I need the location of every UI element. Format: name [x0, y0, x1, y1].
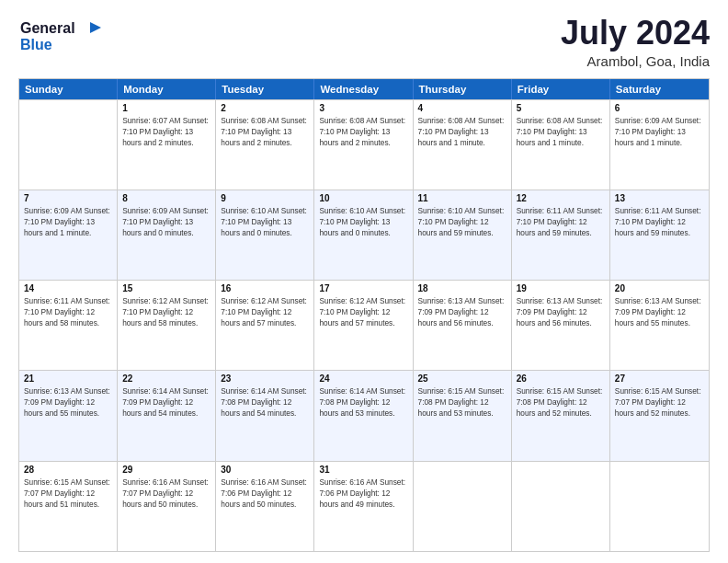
header-tuesday: Tuesday	[216, 79, 314, 99]
day-number: 25	[418, 373, 506, 384]
day-info: Sunrise: 6:13 AM Sunset: 7:09 PM Dayligh…	[418, 295, 506, 328]
day-info: Sunrise: 6:07 AM Sunset: 7:10 PM Dayligh…	[122, 115, 210, 148]
day-info: Sunrise: 6:15 AM Sunset: 7:07 PM Dayligh…	[615, 385, 704, 419]
calendar-cell-3-1: 22Sunrise: 6:14 AM Sunset: 7:09 PM Dayli…	[118, 371, 216, 460]
day-number: 24	[319, 373, 407, 384]
day-info: Sunrise: 6:10 AM Sunset: 7:10 PM Dayligh…	[221, 205, 309, 238]
calendar-cell-0-1: 1Sunrise: 6:07 AM Sunset: 7:10 PM Daylig…	[118, 100, 216, 190]
day-number: 31	[319, 465, 407, 475]
day-info: Sunrise: 6:13 AM Sunset: 7:09 PM Dayligh…	[24, 385, 112, 419]
day-info: Sunrise: 6:08 AM Sunset: 7:10 PM Dayligh…	[517, 115, 605, 148]
day-number: 3	[319, 103, 407, 113]
day-info: Sunrise: 6:11 AM Sunset: 7:10 PM Dayligh…	[24, 295, 112, 328]
header-sunday: Sunday	[19, 79, 118, 99]
day-number: 29	[122, 465, 210, 475]
calendar-cell-1-2: 9Sunrise: 6:10 AM Sunset: 7:10 PM Daylig…	[216, 190, 314, 280]
calendar-cell-4-0: 28Sunrise: 6:15 AM Sunset: 7:07 PM Dayli…	[19, 462, 118, 551]
day-number: 30	[221, 465, 309, 475]
calendar-cell-1-1: 8Sunrise: 6:09 AM Sunset: 7:10 PM Daylig…	[118, 190, 216, 280]
day-number: 21	[24, 373, 112, 384]
day-number: 10	[319, 193, 407, 203]
calendar-cell-4-2: 30Sunrise: 6:16 AM Sunset: 7:06 PM Dayli…	[216, 462, 314, 551]
calendar-cell-3-4: 25Sunrise: 6:15 AM Sunset: 7:08 PM Dayli…	[414, 371, 512, 460]
calendar-cell-3-5: 26Sunrise: 6:15 AM Sunset: 7:08 PM Dayli…	[512, 371, 610, 460]
calendar-cell-0-0	[19, 100, 118, 190]
svg-text:Blue: Blue	[20, 37, 52, 52]
calendar-cell-4-4	[414, 462, 512, 551]
header-friday: Friday	[512, 79, 610, 99]
calendar-cell-2-1: 15Sunrise: 6:12 AM Sunset: 7:10 PM Dayli…	[118, 281, 216, 370]
calendar-cell-2-2: 16Sunrise: 6:12 AM Sunset: 7:10 PM Dayli…	[216, 281, 314, 370]
logo-svg: General Blue	[18, 15, 101, 55]
day-number: 18	[418, 283, 506, 293]
day-number: 9	[221, 193, 309, 203]
main-title: July 2024	[561, 15, 710, 52]
calendar-row-0: 1Sunrise: 6:07 AM Sunset: 7:10 PM Daylig…	[19, 99, 709, 190]
subtitle: Arambol, Goa, India	[561, 53, 710, 69]
calendar-row-1: 7Sunrise: 6:09 AM Sunset: 7:10 PM Daylig…	[19, 190, 709, 280]
day-info: Sunrise: 6:09 AM Sunset: 7:10 PM Dayligh…	[615, 115, 704, 148]
calendar-cell-4-1: 29Sunrise: 6:16 AM Sunset: 7:07 PM Dayli…	[118, 462, 216, 551]
calendar-cell-0-3: 3Sunrise: 6:08 AM Sunset: 7:10 PM Daylig…	[314, 100, 413, 190]
day-info: Sunrise: 6:09 AM Sunset: 7:10 PM Dayligh…	[24, 205, 112, 238]
calendar-row-4: 28Sunrise: 6:15 AM Sunset: 7:07 PM Dayli…	[19, 461, 709, 551]
calendar-cell-0-6: 6Sunrise: 6:09 AM Sunset: 7:10 PM Daylig…	[610, 100, 709, 190]
day-info: Sunrise: 6:13 AM Sunset: 7:09 PM Dayligh…	[517, 295, 605, 328]
header: General Blue July 2024 Arambol, Goa, Ind…	[18, 15, 710, 69]
day-number: 4	[418, 103, 506, 113]
day-info: Sunrise: 6:10 AM Sunset: 7:10 PM Dayligh…	[418, 205, 506, 238]
day-number: 22	[122, 373, 210, 384]
calendar-cell-1-4: 11Sunrise: 6:10 AM Sunset: 7:10 PM Dayli…	[414, 190, 512, 280]
calendar-cell-3-0: 21Sunrise: 6:13 AM Sunset: 7:09 PM Dayli…	[19, 371, 118, 460]
calendar-cell-3-6: 27Sunrise: 6:15 AM Sunset: 7:07 PM Dayli…	[610, 371, 709, 460]
calendar: Sunday Monday Tuesday Wednesday Thursday…	[18, 78, 710, 552]
calendar-cell-1-0: 7Sunrise: 6:09 AM Sunset: 7:10 PM Daylig…	[19, 190, 118, 280]
day-info: Sunrise: 6:08 AM Sunset: 7:10 PM Dayligh…	[418, 115, 506, 148]
day-number: 1	[122, 103, 210, 113]
calendar-cell-2-6: 20Sunrise: 6:13 AM Sunset: 7:09 PM Dayli…	[610, 281, 709, 370]
calendar-cell-2-4: 18Sunrise: 6:13 AM Sunset: 7:09 PM Dayli…	[414, 281, 512, 370]
day-number: 2	[221, 103, 309, 113]
svg-text:General: General	[20, 20, 75, 36]
day-number: 6	[615, 103, 704, 113]
calendar-row-3: 21Sunrise: 6:13 AM Sunset: 7:09 PM Dayli…	[19, 370, 709, 460]
day-number: 11	[418, 193, 506, 203]
day-number: 13	[615, 193, 704, 203]
calendar-cell-0-2: 2Sunrise: 6:08 AM Sunset: 7:10 PM Daylig…	[216, 100, 314, 190]
day-number: 20	[615, 283, 704, 293]
calendar-cell-1-6: 13Sunrise: 6:11 AM Sunset: 7:10 PM Dayli…	[610, 190, 709, 280]
day-number: 26	[517, 373, 605, 384]
calendar-row-2: 14Sunrise: 6:11 AM Sunset: 7:10 PM Dayli…	[19, 280, 709, 370]
title-block: July 2024 Arambol, Goa, India	[561, 15, 710, 69]
day-info: Sunrise: 6:11 AM Sunset: 7:10 PM Dayligh…	[615, 205, 704, 238]
calendar-cell-4-6	[610, 462, 709, 551]
day-number: 15	[122, 283, 210, 293]
calendar-body: 1Sunrise: 6:07 AM Sunset: 7:10 PM Daylig…	[19, 99, 709, 551]
day-info: Sunrise: 6:16 AM Sunset: 7:06 PM Dayligh…	[221, 477, 309, 510]
calendar-cell-2-5: 19Sunrise: 6:13 AM Sunset: 7:09 PM Dayli…	[512, 281, 610, 370]
day-number: 17	[319, 283, 407, 293]
calendar-cell-3-3: 24Sunrise: 6:14 AM Sunset: 7:08 PM Dayli…	[314, 371, 413, 460]
day-info: Sunrise: 6:08 AM Sunset: 7:10 PM Dayligh…	[221, 115, 309, 148]
calendar-cell-2-0: 14Sunrise: 6:11 AM Sunset: 7:10 PM Dayli…	[19, 281, 118, 370]
day-info: Sunrise: 6:11 AM Sunset: 7:10 PM Dayligh…	[517, 205, 605, 238]
day-number: 16	[221, 283, 309, 293]
day-info: Sunrise: 6:12 AM Sunset: 7:10 PM Dayligh…	[319, 295, 407, 328]
day-info: Sunrise: 6:15 AM Sunset: 7:08 PM Dayligh…	[418, 385, 506, 419]
day-info: Sunrise: 6:09 AM Sunset: 7:10 PM Dayligh…	[122, 205, 210, 238]
day-info: Sunrise: 6:14 AM Sunset: 7:08 PM Dayligh…	[319, 385, 407, 419]
day-info: Sunrise: 6:10 AM Sunset: 7:10 PM Dayligh…	[319, 205, 407, 238]
day-number: 19	[517, 283, 605, 293]
day-info: Sunrise: 6:15 AM Sunset: 7:08 PM Dayligh…	[517, 385, 605, 419]
calendar-cell-0-4: 4Sunrise: 6:08 AM Sunset: 7:10 PM Daylig…	[414, 100, 512, 190]
calendar-cell-1-3: 10Sunrise: 6:10 AM Sunset: 7:10 PM Dayli…	[314, 190, 413, 280]
day-number: 23	[221, 373, 309, 384]
header-wednesday: Wednesday	[314, 79, 413, 99]
day-info: Sunrise: 6:12 AM Sunset: 7:10 PM Dayligh…	[122, 295, 210, 328]
svg-marker-1	[90, 22, 101, 33]
logo: General Blue	[18, 15, 101, 55]
day-number: 14	[24, 283, 112, 293]
calendar-cell-4-3: 31Sunrise: 6:16 AM Sunset: 7:06 PM Dayli…	[314, 462, 413, 551]
calendar-cell-0-5: 5Sunrise: 6:08 AM Sunset: 7:10 PM Daylig…	[512, 100, 610, 190]
calendar-cell-1-5: 12Sunrise: 6:11 AM Sunset: 7:10 PM Dayli…	[512, 190, 610, 280]
